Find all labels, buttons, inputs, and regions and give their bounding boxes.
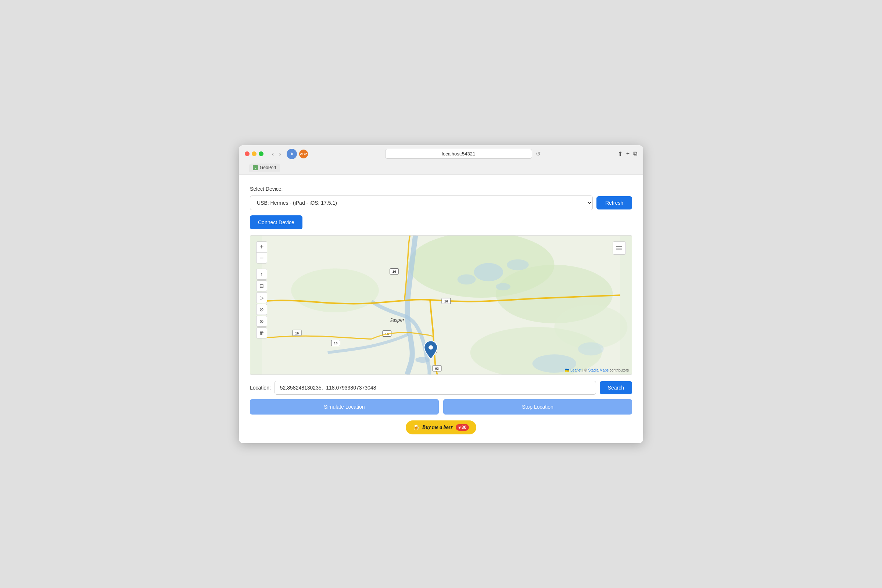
new-tab-icon[interactable]: + (626, 150, 630, 157)
title-bar: ‹ › ↻ ABP localhost:54321 ↺ ⬆ + ⧉ L GeoP… (239, 145, 643, 175)
play-route-button[interactable]: ▷ (256, 292, 267, 303)
svg-point-4 (291, 268, 379, 312)
minimize-button[interactable] (252, 152, 256, 156)
save-route-button[interactable]: ⊟ (256, 280, 267, 291)
close-button[interactable] (245, 152, 249, 156)
connect-device-button[interactable]: Connect Device (250, 215, 303, 230)
zoom-out-button[interactable]: − (256, 252, 267, 264)
stop-location-button[interactable]: Stop Location (443, 399, 632, 414)
heart-badge: ♥ 30 (456, 424, 469, 431)
refresh-button[interactable]: Refresh (597, 196, 632, 210)
forward-button[interactable]: › (277, 150, 283, 158)
heart-icon: ♥ (458, 425, 461, 430)
extension-icon-1[interactable]: ↻ (286, 149, 297, 159)
svg-point-28 (429, 345, 433, 350)
zoom-in-button[interactable]: + (256, 242, 267, 252)
maximize-button[interactable] (259, 152, 264, 156)
svg-point-9 (496, 283, 510, 290)
search-button[interactable]: Search (600, 381, 632, 394)
tabs-icon[interactable]: ⧉ (633, 150, 637, 157)
svg-point-5 (554, 305, 627, 349)
page-content: Select Device: USB: Hermes - (iPad - iOS… (239, 175, 643, 443)
svg-point-7 (507, 259, 529, 270)
donate-section: 🍺 Buy me a beer ♥ 30 (250, 420, 632, 434)
svg-point-12 (415, 357, 430, 363)
upload-route-button[interactable]: ↑ (256, 268, 267, 280)
map-container[interactable]: 16 93 16 16 16 16 93 (250, 235, 632, 375)
svg-text:16: 16 (393, 270, 396, 273)
svg-point-11 (578, 342, 604, 356)
svg-point-6 (474, 263, 504, 281)
back-button[interactable]: ‹ (270, 150, 276, 158)
beer-icon: 🍺 (413, 424, 419, 430)
svg-rect-30 (616, 248, 622, 248)
zoom-controls: + − (256, 242, 267, 264)
svg-text:16: 16 (444, 300, 448, 303)
pin-route-button[interactable]: ⊙ (256, 304, 267, 315)
map-layers-button[interactable] (613, 242, 626, 255)
svg-text:16: 16 (334, 341, 338, 345)
device-select[interactable]: USB: Hermes - (iPad - iOS: 17.5.1) (250, 195, 593, 210)
device-row: USB: Hermes - (iPad - iOS: 17.5.1) Refre… (250, 195, 632, 210)
location-row: Location: Search (250, 381, 632, 395)
stadia-link[interactable]: Stadia Maps (588, 368, 609, 372)
simulate-location-button[interactable]: Simulate Location (250, 399, 439, 414)
map-attribution: 🇺🇦 Leaflet | © Stadia Maps contributors (565, 368, 629, 372)
select-device-label: Select Device: (250, 186, 632, 192)
action-buttons: Simulate Location Stop Location (250, 399, 632, 414)
active-tab[interactable]: L GeoPort (249, 164, 280, 172)
extension-icon-2[interactable]: ABP (299, 150, 308, 158)
share-icon[interactable]: ⬆ (618, 150, 622, 157)
leaflet-link[interactable]: Leaflet (570, 368, 581, 372)
traffic-lights (245, 152, 264, 156)
browser-extension-icons: ↻ ABP (286, 149, 308, 159)
heart-count: 30 (462, 425, 466, 430)
svg-text:Jasper: Jasper (390, 317, 404, 322)
tab-bar: L GeoPort (245, 162, 637, 172)
location-input[interactable] (274, 381, 596, 395)
svg-text:16: 16 (295, 331, 299, 335)
browser-window: ‹ › ↻ ABP localhost:54321 ↺ ⬆ + ⧉ L GeoP… (239, 145, 643, 443)
map-background: 16 93 16 16 16 16 93 (250, 236, 632, 375)
svg-point-8 (458, 274, 476, 285)
tab-favicon: L (253, 165, 258, 170)
tab-title: GeoPort (260, 165, 276, 170)
location-label: Location: (250, 385, 271, 391)
svg-text:93: 93 (435, 367, 439, 370)
svg-rect-31 (616, 249, 622, 250)
address-bar[interactable]: localhost:54321 (385, 149, 532, 159)
buy-beer-button[interactable]: 🍺 Buy me a beer ♥ 30 (406, 420, 476, 434)
buy-beer-label: Buy me a beer (422, 424, 453, 430)
reload-button[interactable]: ↺ (536, 150, 541, 157)
hat-button[interactable]: ⊛ (256, 316, 267, 327)
delete-route-button[interactable]: 🗑 (256, 327, 267, 339)
map-tools: ↑ ⊟ ▷ ⊙ ⊛ 🗑 (256, 268, 267, 339)
svg-rect-29 (616, 246, 622, 247)
